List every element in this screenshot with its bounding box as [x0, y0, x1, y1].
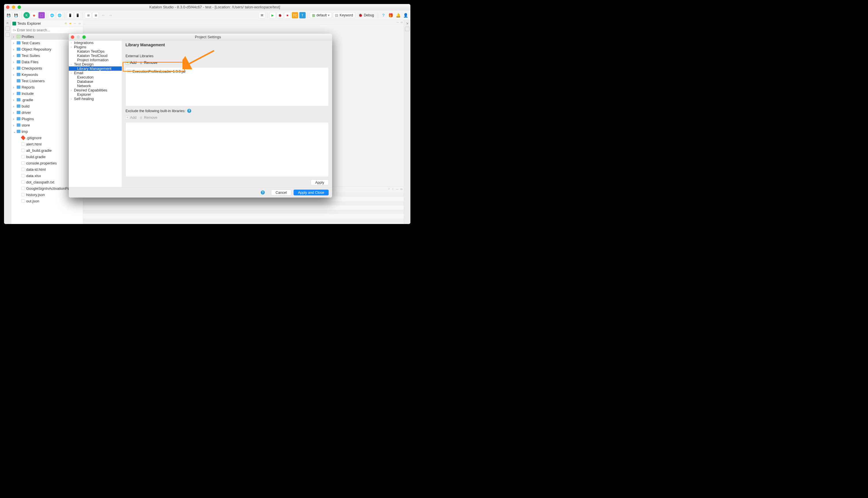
restore-icon[interactable]: ⇱: [7, 22, 9, 25]
chevron-icon: ›: [71, 97, 73, 100]
help-icon[interactable]: ?: [380, 12, 386, 18]
minimize-icon[interactable]: —: [74, 22, 77, 25]
filter-icon[interactable]: ☰▾: [13, 29, 16, 31]
sidebar-item-label: Execution: [77, 75, 93, 80]
remove-external-button[interactable]: 🗑 Remove: [139, 61, 157, 65]
external-libs-list[interactable]: 010 ExecutionProfilesLoader-1.3.0.jar: [126, 67, 329, 106]
tree-item-label: Profiles: [22, 34, 34, 39]
settings-sidebar-item[interactable]: Katalon TestOps: [69, 49, 122, 53]
window-close-button[interactable]: [6, 5, 10, 9]
file-icon: [21, 193, 25, 196]
tree-item-label: Reports: [22, 85, 35, 89]
stop-button[interactable]: ■: [284, 12, 291, 18]
settings-icon[interactable]: ⋮: [392, 188, 394, 191]
settings-sidebar-item[interactable]: ›Plugins: [69, 45, 122, 49]
bell-icon[interactable]: 🔔: [395, 12, 401, 18]
windows-spy-icon[interactable]: 🖥: [92, 12, 99, 18]
dialog-minimize-button: [77, 35, 80, 39]
settings-sidebar-item[interactable]: ›Self-healing: [69, 96, 122, 101]
apply-close-button[interactable]: Apply and Close: [294, 189, 329, 195]
cancel-button[interactable]: Cancel: [271, 189, 291, 195]
git-icon[interactable]: ◆: [31, 12, 37, 18]
dialog-help-icon[interactable]: ?: [261, 191, 265, 194]
jar-item[interactable]: 010 ExecutionProfilesLoader-1.3.0.jar: [127, 69, 327, 74]
debug-run-button[interactable]: 🐞: [277, 12, 283, 18]
add-external-button[interactable]: + Add: [126, 61, 137, 65]
exclude-help-icon[interactable]: ?: [187, 109, 191, 113]
settings-sidebar-item[interactable]: Explorer: [69, 92, 122, 96]
folder-icon: [17, 67, 21, 70]
katalon-icon[interactable]: K: [24, 12, 30, 18]
web-spy-icon[interactable]: 🌐: [56, 12, 63, 18]
collapse-all-icon[interactable]: ⊟: [65, 22, 68, 25]
tree-item-label: Test Cases: [22, 41, 40, 45]
terminal-icon[interactable]: ⌘: [259, 12, 265, 18]
settings-sidebar-item[interactable]: ›Email: [69, 71, 122, 75]
maximize-icon[interactable]: ▭: [79, 22, 82, 25]
save-all-button[interactable]: 💾: [13, 12, 19, 18]
search-input[interactable]: [17, 28, 82, 32]
settings-sidebar-item[interactable]: Network: [69, 84, 122, 88]
debug-label: Debug: [364, 13, 374, 17]
apply-button[interactable]: Apply: [311, 180, 329, 185]
save-button[interactable]: 💾: [5, 12, 12, 18]
settings-sidebar-item[interactable]: Execution: [69, 75, 122, 79]
settings-sidebar[interactable]: ›Integrations›PluginsKatalon TestOpsKata…: [69, 41, 122, 187]
tree-item-label: tmp: [22, 129, 28, 134]
testops-icon[interactable]: TC: [292, 12, 298, 18]
grid-icon: ▤: [335, 13, 339, 17]
link-icon[interactable]: ⇄: [69, 22, 73, 25]
mobile-spy-icon[interactable]: 📱: [75, 12, 81, 18]
user-icon[interactable]: 👤: [403, 12, 409, 18]
editor-maximize-icon[interactable]: ▭: [400, 21, 403, 24]
trash-icon: 🗑: [139, 61, 143, 64]
forward-icon[interactable]: ⇨: [107, 12, 114, 18]
panel-maximize-icon[interactable]: ▭: [400, 188, 403, 191]
settings-sidebar-item[interactable]: Katalon TestCloud: [69, 53, 122, 58]
dialog-close-button[interactable]: [71, 35, 74, 39]
tree-item-label: out.json: [26, 199, 39, 203]
file-icon: [21, 149, 25, 152]
plugin-icon[interactable]: ⬚: [39, 12, 45, 18]
folder-icon: [17, 79, 21, 82]
mobile-record-icon[interactable]: 📱: [67, 12, 73, 18]
gift-icon[interactable]: 🎁: [388, 12, 394, 18]
rail-right-icon[interactable]: [405, 27, 409, 31]
profile-selector[interactable]: ▦ default ▾: [310, 12, 332, 18]
dialog-zoom-button[interactable]: [82, 35, 86, 39]
back-icon[interactable]: ⇦: [100, 12, 106, 18]
folder-icon: [17, 54, 21, 57]
settings-sidebar-item[interactable]: ›Integrations: [69, 41, 122, 45]
windows-record-icon[interactable]: 🖥: [85, 12, 91, 18]
folder-icon: [17, 48, 21, 51]
dialog-title: Project Settings: [86, 35, 330, 39]
tree-item-label: .gitignore: [26, 135, 41, 140]
titlebar: Katalon Studio - 8.3.0-d5f44c67 - test -…: [4, 4, 410, 10]
exclude-libs-list[interactable]: [126, 122, 329, 177]
settings-sidebar-item[interactable]: Library Management: [69, 66, 122, 71]
testcloud-icon[interactable]: T: [299, 12, 306, 18]
debug-selector[interactable]: 🐞 Debug: [356, 12, 376, 18]
mode-selector[interactable]: ▤ Keyword: [333, 12, 355, 18]
sidebar-item-label: Test Design: [74, 62, 93, 67]
rail-icon-2[interactable]: [5, 32, 10, 37]
web-record-icon[interactable]: 🌐: [49, 12, 55, 18]
restore-right-icon[interactable]: ⇲: [406, 22, 408, 25]
settings-sidebar-item[interactable]: ›Test Design: [69, 62, 122, 66]
run-button[interactable]: ▶: [269, 12, 276, 18]
settings-sidebar-item[interactable]: ›Desired Capabilities: [69, 88, 122, 92]
window-zoom-button[interactable]: [17, 5, 21, 9]
plus-icon: +: [126, 116, 129, 119]
remove-label-2: Remove: [144, 116, 157, 120]
tree-item[interactable]: out.json: [11, 198, 83, 204]
panel-minimize-icon[interactable]: —: [396, 188, 398, 191]
editor-minimize-icon[interactable]: —: [397, 21, 399, 24]
filter-icon[interactable]: ⑂: [388, 188, 390, 191]
window-minimize-button[interactable]: [12, 5, 15, 9]
rail-icon-1[interactable]: [5, 26, 10, 31]
settings-sidebar-item[interactable]: Database: [69, 79, 122, 84]
tree-item-label: alert.html: [26, 142, 41, 146]
settings-sidebar-item[interactable]: Project Information: [69, 58, 122, 62]
chevron-icon: ›: [13, 66, 15, 70]
bug-icon: 🐞: [358, 13, 362, 17]
